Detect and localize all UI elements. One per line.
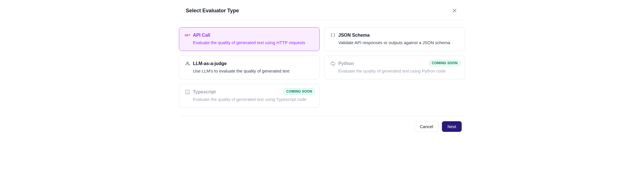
option-title: API Call <box>193 33 210 38</box>
option-json-schema[interactable]: JSON Schema Validate API responses or ou… <box>324 27 465 51</box>
sparkles-icon <box>185 61 190 66</box>
select-evaluator-modal: Select Evaluator Type GET API Call Evalu… <box>179 0 465 137</box>
modal-title: Select Evaluator Type <box>186 8 239 14</box>
option-typescript: COMING SOON TS Typescript Evaluate the q… <box>179 84 320 108</box>
option-title: JSON Schema <box>338 33 370 38</box>
python-icon <box>330 61 335 66</box>
cancel-button[interactable]: Cancel <box>414 121 438 132</box>
option-title: Typescript <box>193 89 216 95</box>
coming-soon-badge: COMING SOON <box>429 60 460 66</box>
get-badge-icon: GET <box>185 33 190 38</box>
option-header: JSON Schema <box>330 33 459 38</box>
svg-point-2 <box>332 62 333 62</box>
option-python: COMING SOON Python Evaluate the quality … <box>324 56 465 79</box>
option-header: LLM-as-a-judge <box>185 61 314 66</box>
close-button[interactable] <box>451 7 458 14</box>
typescript-icon: TS <box>185 89 190 95</box>
coming-soon-badge: COMING SOON <box>284 88 315 95</box>
close-icon <box>452 8 457 13</box>
evaluator-options-grid: GET API Call Evaluate the quality of gen… <box>179 27 465 108</box>
modal-header: Select Evaluator Type <box>179 0 465 20</box>
option-api-call[interactable]: GET API Call Evaluate the quality of gen… <box>179 27 320 51</box>
svg-text:TS: TS <box>187 92 189 93</box>
option-title: Python <box>338 61 354 66</box>
modal-body: GET API Call Evaluate the quality of gen… <box>179 20 465 116</box>
option-llm-judge[interactable]: LLM-as-a-judge Use LLM's to evaluate the… <box>179 56 320 79</box>
option-description: Use LLM's to evaluate the quality of gen… <box>193 68 314 74</box>
option-header: GET API Call <box>185 33 314 38</box>
next-button[interactable]: Next <box>442 121 462 132</box>
option-description: Validate API responses or outputs agains… <box>338 40 459 46</box>
option-title: LLM-as-a-judge <box>193 61 227 66</box>
option-description: Evaluate the quality of generated text u… <box>193 96 314 102</box>
option-description: Evaluate the quality of generated text u… <box>338 68 459 74</box>
option-description: Evaluate the quality of generated text u… <box>193 40 314 46</box>
svg-point-3 <box>333 65 333 65</box>
braces-icon <box>330 33 335 38</box>
modal-footer: Cancel Next <box>179 116 465 137</box>
